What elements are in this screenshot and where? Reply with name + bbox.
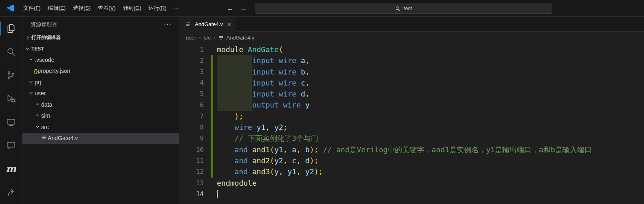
- line-content: and and3(y, y1, y2);: [204, 166, 323, 177]
- text-cursor: [217, 190, 218, 198]
- code-line-9[interactable]: 9 // 下面实例化了3个与门: [179, 133, 644, 144]
- vscode-logo-icon: [6, 4, 15, 13]
- line-content: output wire y: [204, 99, 310, 110]
- line-content: input wire c,: [204, 77, 310, 88]
- nav-forward-icon[interactable]: →: [240, 4, 247, 13]
- file-tree: .vscode{}property.jsonprjuserdatasimsrcA…: [22, 54, 179, 144]
- tree-item-label: data: [41, 101, 52, 108]
- activity-explorer[interactable]: [0, 17, 22, 40]
- chevron-separator-icon: ›: [199, 35, 201, 41]
- chevron-separator-icon: ›: [214, 35, 215, 41]
- workspace-section[interactable]: TEST: [22, 43, 179, 54]
- line-number: 1: [179, 44, 204, 55]
- code-line-6[interactable]: 6 output wire y: [179, 99, 644, 110]
- activity-run-and-debug[interactable]: [0, 87, 22, 111]
- breadcrumb: user›src›AndGate4.v: [179, 32, 644, 43]
- chevron-down-icon: [27, 90, 35, 97]
- activity-bar: m: [0, 17, 22, 204]
- tree-item-user[interactable]: user: [22, 88, 179, 99]
- file-lines-icon: [184, 21, 192, 27]
- code-line-1[interactable]: 1module AndGate(: [179, 44, 644, 55]
- code-line-12[interactable]: 12 and and3(y, y1, y2);: [179, 166, 644, 177]
- code-line-10[interactable]: 10 and and1(y1, a, b); // and是Verilog中的关…: [179, 144, 644, 155]
- tree-item-data[interactable]: data: [22, 99, 179, 110]
- chevron-down-icon: [24, 46, 31, 52]
- line-number: 6: [179, 99, 204, 110]
- tree-item-src[interactable]: src: [22, 121, 179, 133]
- tab-bar: AndGate4.v ×: [179, 17, 644, 32]
- line-content: // 下面实例化了3个与门: [204, 133, 318, 144]
- line-number: 8: [179, 122, 204, 133]
- more-actions-icon[interactable]: ···: [164, 21, 172, 28]
- line-number: 3: [179, 66, 204, 77]
- line-content: wire y1, y2;: [204, 122, 287, 133]
- menu-item-2[interactable]: 选择(S): [69, 3, 94, 13]
- command-center-search[interactable]: test: [255, 3, 552, 14]
- menu-item-5[interactable]: 运行(R): [145, 3, 170, 13]
- line-content: module AndGate(: [204, 44, 283, 55]
- tree-item-label: AndGate4.v: [48, 135, 78, 141]
- code-line-7[interactable]: 7 );: [179, 111, 644, 122]
- comment-icon: [6, 140, 16, 151]
- tree-item-sim[interactable]: sim: [22, 110, 179, 122]
- line-number: 7: [179, 111, 204, 122]
- menu-item-1[interactable]: 编辑(E): [44, 3, 69, 13]
- chevron-down-icon: [34, 123, 41, 131]
- breadcrumb-item-user[interactable]: user: [186, 35, 196, 41]
- tree-item-andgate4-v[interactable]: AndGate4.v: [22, 133, 179, 144]
- code-line-11[interactable]: 11 and and2(y2, c, d);: [179, 155, 644, 166]
- code-line-14[interactable]: 14: [179, 189, 644, 200]
- open-editors-section[interactable]: 打开的编辑器: [22, 32, 179, 43]
- tree-item--vscode[interactable]: .vscode: [22, 54, 179, 66]
- activity-source-control[interactable]: [0, 64, 22, 87]
- tree-item-prj[interactable]: prj: [22, 77, 179, 88]
- code-area[interactable]: 1module AndGate(2 input wire a,3 input w…: [179, 43, 644, 204]
- activity-model-tool[interactable]: m: [0, 157, 22, 181]
- code-line-8[interactable]: 8 wire y1, y2;: [179, 122, 644, 133]
- tab-andgate4[interactable]: AndGate4.v ×: [179, 17, 237, 32]
- tree-item-property-json[interactable]: {}property.json: [22, 66, 179, 77]
- line-content: endmodule: [204, 178, 257, 189]
- open-editors-label: 打开的编辑器: [31, 34, 61, 41]
- code-line-3[interactable]: 3 input wire b,: [179, 66, 644, 77]
- breadcrumb-item-src[interactable]: src: [204, 35, 211, 41]
- explorer-icon: [6, 23, 16, 34]
- tree-item-label: src: [41, 124, 49, 130]
- breadcrumb-item-andgate4-v[interactable]: AndGate4.v: [218, 35, 254, 41]
- line-number: 2: [179, 55, 204, 66]
- nav-arrows: ← →: [227, 0, 247, 17]
- code-line-4[interactable]: 4 input wire c,: [179, 77, 644, 88]
- menu-bar: 文件(F)编辑(E)选择(S)查看(V)转到(G)运行(R)···: [20, 3, 183, 13]
- menu-item-3[interactable]: 查看(V): [94, 3, 119, 13]
- menu-item-0[interactable]: 文件(F): [20, 3, 44, 13]
- search-icon: [6, 46, 16, 57]
- tree-item-label: user: [35, 90, 46, 97]
- nav-back-icon[interactable]: ←: [227, 4, 234, 13]
- line-content: input wire a,: [204, 55, 310, 66]
- code-line-2[interactable]: 2 input wire a,: [179, 55, 644, 66]
- activity-remote-explorer[interactable]: [0, 110, 22, 134]
- line-number: 9: [179, 133, 204, 144]
- close-icon[interactable]: ×: [226, 20, 232, 28]
- menu-item-6[interactable]: ···: [170, 4, 183, 13]
- line-content: and and1(y1, a, b); // and是Verilog中的关键字，…: [204, 144, 592, 155]
- tab-label: AndGate4.v: [195, 21, 223, 27]
- code-line-13[interactable]: 13endmodule: [179, 178, 644, 189]
- search-icon: [395, 6, 401, 11]
- share-icon: [6, 187, 16, 197]
- line-content: and and2(y2, c, d);: [204, 155, 318, 166]
- line-content: );: [204, 111, 243, 122]
- sidebar-title: 资源管理器: [31, 21, 57, 28]
- tree-item-label: sim: [41, 112, 50, 119]
- activity-comments[interactable]: [0, 134, 22, 158]
- code-line-5[interactable]: 5 input wire d,: [179, 88, 644, 99]
- workspace-label: TEST: [31, 46, 44, 52]
- monitor-icon: [6, 117, 16, 127]
- chevron-down-icon: [27, 56, 35, 64]
- line-number: 12: [179, 166, 204, 177]
- menu-item-4[interactable]: 转到(G): [119, 3, 145, 13]
- activity-search[interactable]: [0, 40, 22, 64]
- activity-share[interactable]: [0, 181, 22, 204]
- sidebar-header: 资源管理器 ···: [22, 17, 179, 32]
- line-content: [204, 189, 218, 200]
